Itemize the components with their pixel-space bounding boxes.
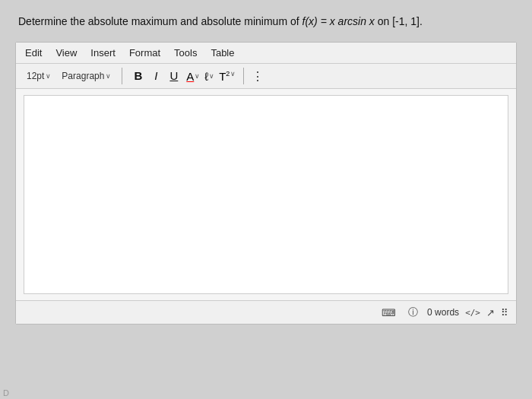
superscript-button[interactable]: T2 ∨ [219,70,236,83]
info-icon[interactable]: ⓘ [405,304,421,321]
menu-format[interactable]: Format [129,47,160,59]
italic-button[interactable]: I [150,68,161,84]
font-color-button[interactable]: A ∨ [186,70,200,83]
paragraph-select[interactable]: Paragraph ∨ [59,69,114,83]
editor-area[interactable] [24,95,508,294]
grid-button[interactable]: ⠿ [501,307,508,318]
question-text-after: on [-1, 1]. [375,15,423,27]
question-text-before: Determine the absolute maximum and absol… [18,15,302,27]
font-size-chevron: ∨ [46,72,51,80]
menu-view[interactable]: View [55,47,77,59]
menu-table[interactable]: Table [211,47,234,59]
code-button[interactable]: </> [465,308,480,318]
toolbar-divider-2 [243,68,244,84]
font-color-label: A [186,70,194,83]
superscript-arrow: ∨ [230,70,236,78]
question-math: f(x) = x arcsin x [302,15,375,27]
paragraph-chevron: ∨ [106,72,111,80]
menu-edit[interactable]: Edit [25,47,42,59]
menu-tools[interactable]: Tools [174,47,197,59]
highlight-arrow: ∨ [209,72,214,80]
superscript-label: T2 [219,70,230,83]
editor-container: Edit View Insert Format Tools Table 12pt… [15,42,517,325]
word-count: 0 words [427,307,459,318]
bold-button[interactable]: B [130,68,146,84]
d-label: D [3,388,9,397]
highlight-button[interactable]: ℓ ∨ [204,70,214,83]
font-size-select[interactable]: 12pt ∨ [24,69,54,83]
editor-content[interactable] [24,96,508,293]
expand-button[interactable]: ↗ [486,307,495,318]
highlight-label: ℓ [204,70,208,83]
toolbar: 12pt ∨ Paragraph ∨ B I U A ∨ ℓ ∨ T2 ∨ ⋮ [16,64,516,89]
status-bar: D ⌨ ⓘ 0 words </> ↗ ⠿ [16,300,516,324]
question-text: Determine the absolute maximum and absol… [15,14,517,30]
paragraph-value: Paragraph [62,71,104,81]
font-size-value: 12pt [27,71,44,81]
menu-bar: Edit View Insert Format Tools Table [16,43,516,64]
toolbar-divider-1 [122,68,122,84]
font-color-arrow: ∨ [195,72,200,80]
underline-button[interactable]: U [166,68,182,84]
keyboard-icon[interactable]: ⌨ [378,306,399,320]
menu-insert[interactable]: Insert [90,47,116,59]
more-options-button[interactable]: ⋮ [252,69,264,84]
